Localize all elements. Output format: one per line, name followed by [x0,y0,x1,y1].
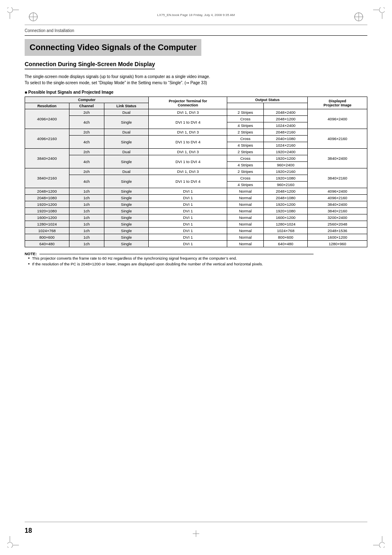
td-display-res: 3840×2160 [308,168,367,188]
body-text-line1: The single-screen mode displays signals … [25,74,210,79]
page-title: Connecting Video Signals of the Computer [30,42,196,53]
td-link-status: Dual [104,149,149,155]
page-container: LX75_EN.book Page 18 Friday, July 4, 200… [0,0,392,555]
svg-point-3 [379,7,385,13]
table-row: 3840×2160 2ch Dual DVI 1, DVI 3 2 Stripe… [25,168,367,175]
td-channel: 1ch [69,214,104,221]
td-link-status: Dual [104,109,149,116]
td-resolution: 800×600 [25,234,69,241]
td-link-status: Single [104,136,149,149]
td-display-res: 3200×2400 [308,214,367,221]
th-resolution: Resolution [25,103,69,109]
td-channel: 1ch [69,221,104,228]
td-output-type: 2 Stripes [227,109,264,116]
td-output-type: Normal [227,214,264,221]
page-number: 18 [25,527,32,534]
td-terminal: DVI 1 [149,228,227,234]
td-output-res: 1600×1200 [263,214,308,221]
td-channel: 2ch [69,129,104,136]
file-info: LX75_EN.book Page 18 Friday, July 4, 200… [38,12,354,17]
td-link-status: Single [104,221,149,228]
td-output-res: 1920×1080 [263,175,308,182]
table-row: 800×600 1ch Single DVI 1 Normal 800×600 … [25,234,367,241]
corner-mark-tl [7,7,19,19]
td-terminal: DVI 1 [149,241,227,247]
td-link-status: Dual [104,168,149,175]
td-link-status: Single [104,175,149,188]
td-output-res: 640×480 [263,241,308,247]
td-resolution: 1280×1024 [25,221,69,228]
td-link-status: Single [104,241,149,247]
td-link-status: Single [104,116,149,129]
td-terminal: DVI 1 [149,188,227,195]
td-display-res: 3840×2160 [308,208,367,214]
td-resolution: 2048×1200 [25,188,69,195]
table-row: 4096×2400 2ch Dual DVI 1, DVI 3 2 Stripe… [25,109,367,116]
td-terminal: DVI 1, DVI 3 [149,149,227,155]
td-output-type: Cross [227,175,264,182]
td-display-res: 4096×2160 [308,195,367,201]
td-output-type: 4 Stripes [227,142,264,149]
td-link-status: Single [104,228,149,234]
th-output-status: Output Status [227,97,308,103]
list-item: If the resolution of the PC is 2048×1200… [28,262,367,266]
td-resolution-3840-2400: 3840×2400 [25,149,69,168]
table-row: 2048×1200 1ch Single DVI 1 Normal 2048×1… [25,188,367,195]
bottom-divider [25,522,367,522]
td-terminal: DVI 1 [149,221,227,228]
td-display-res: 2560×2048 [308,221,367,228]
td-resolution: 1024×768 [25,228,69,234]
td-output-type: 4 Stripes [227,162,264,168]
td-output-res: 1024×2400 [263,122,308,129]
td-channel: 1ch [69,241,104,247]
td-output-type: 2 Stripes [227,149,264,155]
td-output-type: Cross [227,155,264,162]
compass-tr [354,12,363,22]
subsection-heading: Connection During Single-Screen Mode Dis… [25,61,155,69]
td-output-type: Cross [227,116,264,122]
td-display-res: 4096×2400 [308,188,367,195]
note-title-line: NOTE: [25,251,367,256]
td-terminal: DVI 1, DVI 3 [149,109,227,116]
td-channel: 1ch [69,234,104,241]
td-display-res: 2048×1536 [308,228,367,234]
td-link-status: Single [104,208,149,214]
section-label: Connection and Installation [25,28,367,33]
td-resolution-3840-2160: 3840×2160 [25,168,69,188]
td-resolution: 2048×1080 [25,195,69,201]
td-link-status: Dual [104,129,149,136]
td-output-type: Normal [227,228,264,234]
td-channel: 4ch [69,175,104,188]
td-display-res: 4096×2160 [308,129,367,149]
td-terminal: DVI 1 to DVI 4 [149,175,227,188]
td-output-res: 1280×1024 [263,221,308,228]
th-output-res [263,103,308,109]
table-row: 3840×2400 2ch Dual DVI 1, DVI 3 2 Stripe… [25,149,367,155]
td-output-res: 960×2400 [263,162,308,168]
th-displayed-image: DisplayedProjector Image [308,97,367,109]
td-channel: 1ch [69,208,104,214]
td-channel: 4ch [69,155,104,168]
td-output-type: Normal [227,234,264,241]
page-number-text: 18 [25,527,32,534]
td-output-type: 2 Stripes [227,129,264,136]
td-output-res: 2048×1080 [263,195,308,201]
td-link-status: Single [104,201,149,208]
td-channel: 1ch [69,228,104,234]
td-output-type: Normal [227,208,264,214]
th-output-type [227,103,264,109]
th-channel: Channel [69,103,104,109]
td-terminal: DVI 1 to DVI 4 [149,136,227,149]
td-channel: 2ch [69,149,104,155]
td-channel: 2ch [69,109,104,116]
td-output-type: 4 Stripes [227,182,264,188]
td-output-type: Normal [227,241,264,247]
td-output-res: 800×600 [263,234,308,241]
table-section-label: ■ Possible Input Signals and Projected I… [25,90,367,94]
th-link-status: Link Status [104,103,149,109]
note-list: This projector converts the frame rate t… [25,256,367,266]
td-channel: 1ch [69,201,104,208]
td-channel: 2ch [69,168,104,175]
body-text: The single-screen mode displays signals … [25,74,367,86]
td-output-type: Cross [227,136,264,142]
